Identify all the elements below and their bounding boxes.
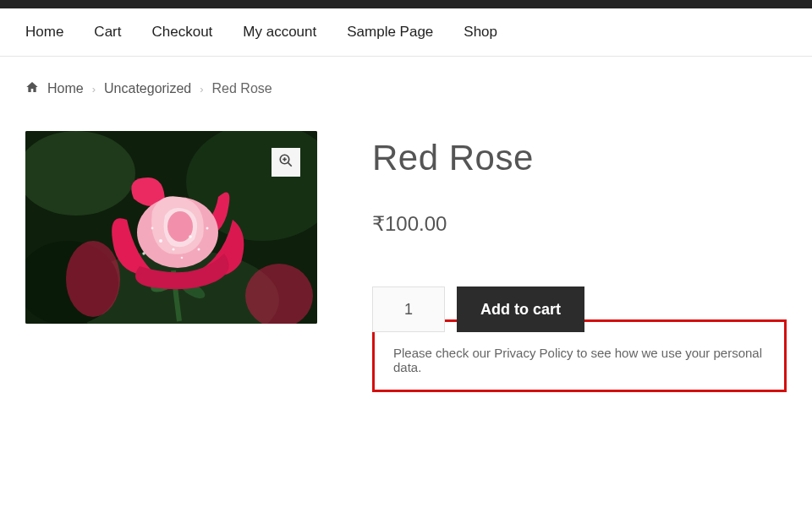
nav-checkout[interactable]: Checkout	[136, 8, 228, 56]
privacy-notice-text: Please check our Privacy Policy to see h…	[393, 346, 765, 374]
nav-shop[interactable]: Shop	[448, 8, 513, 56]
magnify-plus-icon	[278, 153, 294, 172]
product-title: Red Rose	[372, 138, 787, 178]
product-container: Red Rose ₹100.00 Add to cart Please chec…	[0, 114, 812, 409]
nav-my-account[interactable]: My account	[228, 8, 332, 56]
svg-point-12	[172, 248, 174, 250]
main-nav: Home Cart Checkout My account Sample Pag…	[0, 8, 812, 57]
add-to-cart-row: Add to cart	[372, 287, 787, 332]
breadcrumb-separator: ›	[92, 83, 96, 96]
product-gallery	[25, 131, 317, 324]
svg-point-5	[66, 241, 120, 317]
nav-cart[interactable]: Cart	[79, 8, 136, 56]
breadcrumb-home[interactable]: Home	[47, 81, 84, 96]
svg-point-17	[142, 252, 145, 254]
svg-point-15	[198, 248, 200, 251]
product-details: Red Rose ₹100.00 Add to cart Please chec…	[372, 131, 787, 392]
nav-home[interactable]: Home	[17, 8, 79, 56]
nav-sample-page[interactable]: Sample Page	[332, 8, 448, 56]
svg-point-11	[159, 239, 162, 243]
quantity-input[interactable]	[372, 287, 445, 332]
top-bar	[0, 0, 812, 8]
svg-point-13	[189, 235, 192, 238]
svg-point-14	[151, 227, 154, 230]
breadcrumb-current: Red Rose	[212, 81, 272, 96]
product-price: ₹100.00	[372, 212, 787, 236]
svg-point-16	[181, 257, 184, 259]
breadcrumb: Home › Uncategorized › Red Rose	[0, 57, 812, 114]
home-icon	[25, 80, 39, 97]
svg-point-18	[206, 227, 209, 230]
breadcrumb-separator: ›	[200, 83, 203, 96]
breadcrumb-category[interactable]: Uncategorized	[104, 81, 191, 96]
zoom-button[interactable]	[272, 148, 300, 177]
svg-line-20	[288, 163, 292, 166]
add-to-cart-button[interactable]: Add to cart	[457, 287, 584, 332]
